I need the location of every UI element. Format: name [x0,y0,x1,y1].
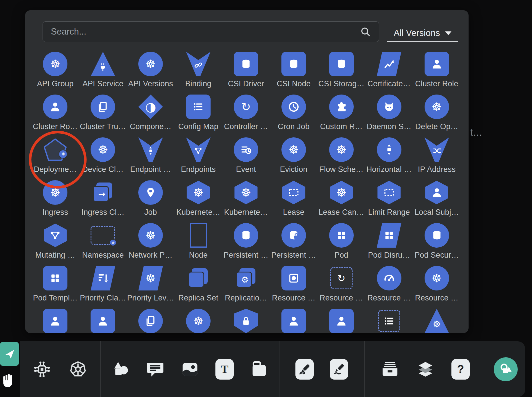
shape-item-pod-templ[interactable]: Pod Templ… [31,261,79,304]
shape-item-api-group[interactable]: ☸API Group [31,47,79,90]
shape-item-namespace[interactable]: ☸Namespace [79,218,127,261]
shape-item[interactable] [79,304,127,333]
shape-item-persistent[interactable]: Persistent … [222,218,270,261]
endpoint-icon [138,137,163,162]
shape-item-local-subj[interactable]: Local Subj… [413,176,461,218]
shape-item-label: Priority Cla… [80,294,126,302]
shape-item-cluster-role[interactable]: Cluster Role [413,47,461,90]
priority-lev-icon: ☸ [138,266,163,290]
shape-item-kubernete[interactable]: ☸Kubernete… [222,176,270,218]
shape-library-button[interactable] [494,357,518,381]
pen-tool[interactable] [295,359,314,380]
shape-item[interactable] [365,304,413,333]
shape-item-limit-range[interactable]: Limit Range [365,176,413,218]
help-button[interactable]: ? [451,359,470,380]
toolbar-left-column [0,342,19,388]
shape-item-lease-can[interactable]: ☸Lease Can… [317,176,365,218]
shape-item[interactable] [222,304,270,333]
shapes-tool[interactable] [111,360,130,379]
shape-item-endpoints[interactable]: Endpoints [175,133,222,176]
shape-item-ingress-cl[interactable]: →Ingress Cl… [79,176,127,218]
flow-sche-icon: ☸ [329,137,354,162]
shape-icon [281,309,306,333]
archive-tool[interactable] [381,360,399,379]
shape-item-eviction[interactable]: ☸Eviction [270,133,317,176]
shape-item-endpoint[interactable]: Endpoint … [127,133,175,176]
shape-item-resource[interactable]: Resource … [270,261,317,304]
shape-item-priority-lev[interactable]: ☸Priority Lev… [127,261,175,304]
shape-item-replica-set[interactable]: Replica Set [175,261,222,304]
shape-item-node[interactable]: Node [175,218,222,261]
api-service-icon [91,52,115,76]
shape-item-horizontal[interactable]: Horizontal … [365,133,413,176]
shape-item-csi-driver[interactable]: CSI Driver [222,47,270,90]
shape-item-resource[interactable]: ↻Resource … [317,261,365,304]
shape-item-pod-secur[interactable]: Pod Secur… [413,218,461,261]
shape-item-kubernete[interactable]: ☸Kubernete… [175,176,222,218]
shape-item-mutating[interactable]: Mutating … [31,218,79,261]
shape-item-compone[interactable]: ◑Compone… [127,90,175,133]
select-tool[interactable] [0,342,19,366]
text-tool-glyph: T [221,362,229,376]
shape-item-csi-storag[interactable]: CSI Storag… [317,47,365,90]
shape-item-event[interactable]: Event [222,133,270,176]
shape-item[interactable] [317,304,365,333]
shape-icon [91,309,115,333]
architecture-tool[interactable] [33,360,51,379]
shape-item[interactable] [127,304,175,333]
version-filter-dropdown[interactable]: All Versions [387,25,458,42]
pod-secur-icon [425,223,449,248]
shape-item-label: Persistent … [271,251,316,260]
shape-item-label: Endpoint … [130,165,171,174]
comment-tool[interactable] [146,360,165,379]
priority-cla-icon [91,266,115,290]
text-tool[interactable]: T [215,359,234,380]
shape-item-ip-address[interactable]: IP Address [413,133,461,176]
shape-item[interactable] [270,304,317,333]
shape-item-network-p[interactable]: ☸Network P… [127,218,175,261]
kubernetes-tool[interactable] [69,360,87,379]
shape-item-custom-r[interactable]: Custom R… [317,90,365,133]
toolbar-group-1 [20,341,100,397]
lease-icon [281,180,306,205]
shape-item-persistent[interactable]: Persistent … [270,218,317,261]
shape-item-resource[interactable]: Resource … [365,261,413,304]
shape-item-pod[interactable]: Pod [317,218,365,261]
shape-item-deployme[interactable]: ☸Deployme… [31,133,79,176]
shape-item-label: CSI Storag… [318,79,364,88]
shape-item-csi-node[interactable]: CSI Node [270,47,317,90]
shape-item-delete-op[interactable]: ☸Delete Op… [413,90,461,133]
image-tool[interactable] [181,360,199,379]
shape-item[interactable] [31,304,79,333]
shape-item-replicatio[interactable]: ⚙Replicatio… [222,261,270,304]
shape-item-api-versions[interactable]: ☸API Versions [127,47,175,90]
layers-tool[interactable] [416,360,435,379]
shape-item[interactable]: ☸ [413,304,461,333]
shape-item-ingress[interactable]: ☸Ingress [31,176,79,218]
shape-item-job[interactable]: Job [127,176,175,218]
shape-item-cluster-ro[interactable]: Cluster Ro… [31,90,79,133]
shape-item-pod-disru[interactable]: Pod Disru… [365,218,413,261]
shape-item-daemon-s[interactable]: Daemon S… [365,90,413,133]
search-input[interactable]: Search... [43,21,379,42]
note-tool[interactable] [250,360,269,379]
shape-icon [377,309,401,333]
shape-item-cron-job[interactable]: Cron Job [270,90,317,133]
local-subj-icon [425,180,449,205]
shape-item-lease[interactable]: Lease [270,176,317,218]
shape-item-device-cl[interactable]: ☸Device Cl… [79,133,127,176]
shape-item-api-service[interactable]: API Service [79,47,127,90]
shape-item-flow-sche[interactable]: ☸Flow Sche… [317,133,365,176]
shape-item-cluster-tru[interactable]: Cluster Tru… [79,90,127,133]
shape-item-config-map[interactable]: Config Map [175,90,222,133]
hand-tool[interactable] [0,372,19,388]
shape-item-certificate[interactable]: Certificate… [365,47,413,90]
shape-item-priority-cla[interactable]: Priority Cla… [79,261,127,304]
shape-item-controller[interactable]: ↻Controller … [222,90,270,133]
shape-item-resource[interactable]: ☸Resource … [413,261,461,304]
api-group-icon: ☸ [43,52,67,76]
shape-item-label: IP Address [418,165,456,174]
shape-item[interactable]: ☸ [175,304,222,333]
shape-item-binding[interactable]: Binding [175,47,222,90]
highlighter-tool[interactable] [330,359,348,380]
